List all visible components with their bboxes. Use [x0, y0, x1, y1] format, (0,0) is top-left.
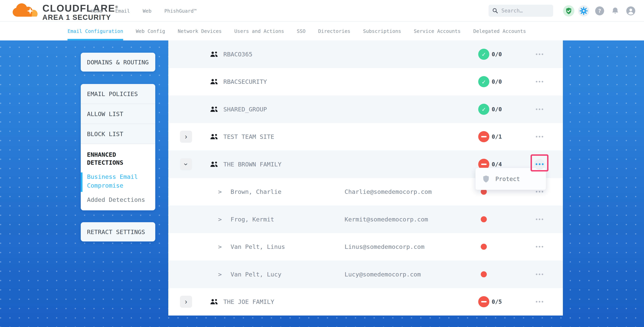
check-icon: ✓ — [482, 51, 486, 57]
tab-directories[interactable]: Directories — [318, 22, 350, 40]
user-icon[interactable] — [626, 6, 635, 15]
user-name: Brown, Charlie — [230, 188, 281, 195]
tab-delegated-accounts[interactable]: Delegated Accounts — [473, 22, 526, 40]
user-caret-icon[interactable]: > — [218, 216, 222, 223]
search-box[interactable] — [488, 5, 553, 17]
chevron-right-icon: › — [185, 298, 187, 305]
chevron-right-icon: › — [185, 133, 187, 140]
protected-count: 0/1 — [492, 133, 502, 140]
sidebar-item-retract-settings[interactable]: RETRACT SETTINGS — [81, 222, 155, 242]
nav-item-phishguard[interactable]: PhishGuard™ — [164, 8, 197, 14]
group-name: TEST TEAM SITE — [223, 133, 274, 140]
expand-button[interactable]: › — [180, 296, 192, 308]
group-icon — [210, 51, 218, 57]
tab-sso[interactable]: SSO — [297, 22, 306, 40]
section-tabs: Email Configuration Web Config Network D… — [0, 22, 644, 40]
group-name: RBACSECURITY — [223, 78, 267, 85]
tab-subscriptions[interactable]: Subscriptions — [363, 22, 401, 40]
row-menu-button[interactable] — [534, 49, 545, 60]
sidebar-section-enhanced-detections: ENHANCED DETECTIONS Business Email Compr… — [81, 144, 155, 210]
row-menu-button[interactable] — [534, 296, 545, 307]
row-menu-button[interactable] — [534, 104, 545, 115]
user-name: Frog, Kermit — [230, 216, 274, 223]
tab-web-config[interactable]: Web Config — [136, 22, 165, 40]
group-icon — [210, 161, 218, 168]
status-badge-check: ✓ — [478, 76, 489, 87]
sidebar-item-domains-routing[interactable]: DOMAINS & ROUTING — [81, 53, 155, 71]
tab-email-configuration[interactable]: Email Configuration — [68, 22, 123, 40]
row-menu-button[interactable] — [534, 131, 545, 142]
table-row-user: > Frog, Kermit Kermit@somedemocorp.com — [168, 206, 563, 233]
nav-item-web[interactable]: Web — [142, 8, 151, 14]
table-row-user: > Van Pelt, Linus Linus@somedemocorp.com — [168, 233, 563, 261]
user-caret-icon[interactable]: > — [218, 188, 222, 195]
sidebar-item-block-list[interactable]: BLOCK LIST — [81, 124, 155, 144]
collapse-button[interactable]: › — [180, 158, 192, 170]
status-dot-blocked — [481, 244, 487, 250]
sidebar-item-allow-list[interactable]: ALLOW LIST — [81, 104, 155, 124]
cloudflare-logo-icon[interactable] — [11, 1, 40, 19]
status-badge-blocked — [478, 131, 489, 142]
row-menu-button[interactable] — [534, 269, 545, 280]
user-caret-icon[interactable]: > — [218, 243, 222, 250]
group-icon — [210, 106, 218, 113]
tab-network-devices[interactable]: Network Devices — [178, 22, 222, 40]
group-name: THE JOE FAMILY — [223, 298, 274, 305]
app-window: CLOUDFLARE® AREA 1 SECURITY Home Email W… — [0, 0, 644, 327]
status-badge-blocked — [478, 296, 489, 307]
check-icon: ✓ — [482, 78, 486, 85]
sidebar-item-email-policies[interactable]: EMAIL POLICIES — [81, 84, 155, 104]
user-email: Linus@somedemocorp.com — [344, 243, 424, 250]
user-email: Charlie@somedemocorp.com — [344, 188, 432, 195]
search-input[interactable] — [501, 7, 548, 14]
table-row-group: SHARED_GROUP ✓ 0/0 — [168, 95, 563, 123]
search-icon — [492, 7, 498, 14]
bell-icon[interactable] — [611, 6, 620, 15]
help-glyph: ? — [598, 8, 601, 14]
user-email: Lucy@somedemocorp.com — [344, 271, 421, 278]
enhanced-detections-title: ENHANCED DETECTIONS — [87, 151, 150, 167]
minus-icon — [481, 301, 486, 303]
group-icon — [210, 133, 218, 140]
tab-service-accounts[interactable]: Service Accounts — [414, 22, 461, 40]
gear-icon[interactable] — [578, 5, 589, 16]
protected-count: 0/5 — [492, 299, 502, 305]
minus-icon — [481, 136, 486, 137]
protected-count: 0/4 — [492, 161, 502, 168]
tab-users-and-actions[interactable]: Users and Actions — [234, 22, 284, 40]
nav-item-home[interactable]: Home — [91, 8, 102, 14]
expand-button[interactable]: › — [180, 131, 192, 143]
status-badge-check: ✓ — [478, 49, 489, 60]
status-badge-check: ✓ — [478, 104, 489, 115]
table-row-user: > Van Pelt, Lucy Lucy@somedemocorp.com — [168, 261, 563, 288]
sidebar-policies-card: EMAIL POLICIES ALLOW LIST BLOCK LIST ENH… — [81, 84, 155, 210]
shield-check-icon[interactable] — [563, 5, 574, 16]
chevron-down-icon: › — [182, 163, 190, 165]
check-icon: ✓ — [482, 106, 486, 112]
user-name: Van Pelt, Lucy — [230, 271, 281, 278]
sidebar-item-added-detections[interactable]: Added Detections — [87, 195, 150, 204]
user-name: Van Pelt, Linus — [230, 243, 285, 250]
active-item-accent-bar — [81, 172, 82, 192]
group-name: RBACO365 — [223, 51, 252, 58]
group-icon — [210, 299, 218, 305]
group-icon — [210, 78, 218, 85]
group-name: SHARED_GROUP — [223, 106, 267, 113]
top-nav: Home Email Web PhishGuard™ — [91, 0, 196, 22]
row-menu-button[interactable] — [534, 214, 545, 225]
user-caret-icon[interactable]: > — [218, 271, 222, 278]
groups-table: RBACO365 ✓ 0/0 RBACSECURITY ✓ 0/0 SHARED… — [168, 40, 563, 316]
minus-icon — [481, 163, 486, 165]
row-menu-button[interactable] — [534, 241, 545, 252]
protected-count: 0/0 — [492, 78, 502, 85]
protected-count: 0/0 — [492, 106, 502, 113]
help-icon[interactable]: ? — [595, 6, 604, 15]
group-name: THE BROWN FAMILY — [223, 161, 282, 168]
table-row-group: › TEST TEAM SITE 0/1 — [168, 123, 563, 151]
table-row-group: RBACSECURITY ✓ 0/0 — [168, 68, 563, 96]
sidebar-item-business-email-compromise[interactable]: Business Email Compromise — [87, 172, 150, 190]
status-dot-blocked — [481, 271, 487, 277]
nav-item-email[interactable]: Email — [115, 8, 130, 14]
table-row-group: › THE JOE FAMILY 0/5 — [168, 288, 563, 316]
row-menu-button[interactable] — [534, 76, 545, 87]
